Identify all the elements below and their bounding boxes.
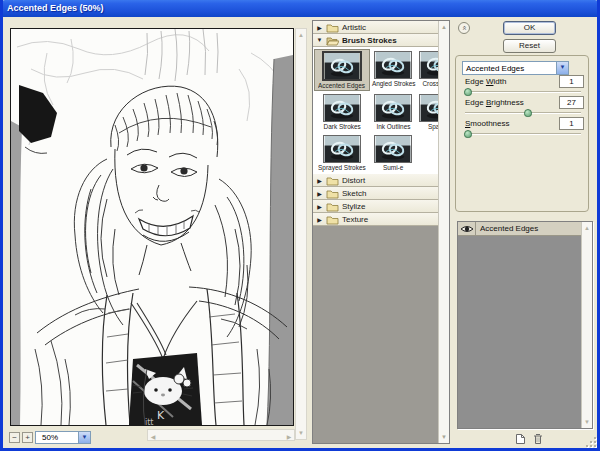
new-effect-layer-button[interactable] xyxy=(514,433,527,445)
resize-grip[interactable] xyxy=(584,435,596,447)
filter-thumb-accented-edges[interactable]: Accented Edges xyxy=(315,50,369,90)
folder-icon xyxy=(326,22,339,33)
category-label: Artistic xyxy=(342,23,366,32)
filter-thumb-sumi-e[interactable]: Sumi-e xyxy=(369,134,418,172)
filter-thumb-sprayed-strokes[interactable]: Sprayed Strokes xyxy=(315,134,369,172)
edge-width-input[interactable]: 1 xyxy=(559,75,584,88)
zoom-level-select[interactable]: 50% ▼ xyxy=(35,431,91,444)
filter-thumb-label: Dark Strokes xyxy=(323,123,360,129)
chevron-right-icon: ▶ xyxy=(316,216,323,223)
smoothness-label: Smoothness xyxy=(465,119,509,128)
filter-thumbnail-image xyxy=(322,51,362,81)
filter-thumb-label: Sprayed Strokes xyxy=(318,164,366,170)
category-artistic[interactable]: ▶ Artistic xyxy=(313,21,449,34)
scroll-up-icon[interactable]: ▲ xyxy=(582,223,592,233)
effect-layer-label: Accented Edges xyxy=(476,224,538,233)
slider-rail xyxy=(465,133,581,135)
svg-text:K: K xyxy=(157,409,165,422)
filter-list-scrollbar[interactable]: ▲ ▼ xyxy=(438,21,449,443)
title-bar[interactable]: Accented Edges (50%) xyxy=(0,0,600,17)
scroll-up-icon[interactable]: ▲ xyxy=(296,30,306,40)
slider-rail xyxy=(465,91,581,93)
category-label: Sketch xyxy=(342,189,366,198)
category-label: Brush Strokes xyxy=(342,36,397,45)
chevron-right-icon: ▶ xyxy=(316,203,323,210)
effect-list-scrollbar[interactable]: ▲ ▼ xyxy=(581,222,592,428)
edge-width-label: Edge Width xyxy=(465,77,506,86)
preview-vertical-scrollbar[interactable]: ▲ ▼ xyxy=(295,28,307,440)
category-label: Stylize xyxy=(342,202,366,211)
edge-width-slider[interactable] xyxy=(465,88,581,96)
edge-brightness-label: Edge Brightness xyxy=(465,98,524,107)
scroll-up-icon[interactable]: ▲ xyxy=(439,22,449,32)
filter-thumb-ink-outlines[interactable]: Ink Outlines xyxy=(369,93,418,131)
category-sketch[interactable]: ▶ Sketch xyxy=(313,187,449,200)
chevron-down-icon[interactable]: ▼ xyxy=(78,432,90,443)
category-label: Texture xyxy=(342,215,368,224)
new-layer-icon xyxy=(515,433,526,445)
zoom-controls: − + 50% ▼ xyxy=(9,430,91,444)
svg-text:itt: itt xyxy=(145,418,154,425)
folder-icon xyxy=(326,214,339,225)
zoom-in-button[interactable]: + xyxy=(22,432,33,443)
chevron-right-icon: ▶ xyxy=(316,24,323,31)
filter-preview-image[interactable]: K itt xyxy=(10,28,294,426)
filter-thumb-label: Angled Strokes xyxy=(372,80,416,86)
folder-icon xyxy=(326,175,339,186)
scroll-down-icon[interactable]: ▼ xyxy=(296,428,306,438)
filter-thumb-label: Accented Edges xyxy=(318,82,365,88)
filter-thumb-label: Ink Outlines xyxy=(376,123,410,129)
filter-thumb-label: Sumi-e xyxy=(383,164,403,170)
open-folder-icon xyxy=(326,35,339,46)
filter-gallery-dialog: Accented Edges (50%) xyxy=(0,0,600,451)
eye-icon xyxy=(460,224,474,234)
slider-thumb-2[interactable] xyxy=(464,130,472,138)
filter-thumbnail-image xyxy=(374,94,412,122)
filter-thumbnail-image xyxy=(323,135,361,163)
category-distort[interactable]: ▶ Distort xyxy=(313,174,449,187)
sketch-preview-art: K itt xyxy=(11,29,293,425)
category-stylize[interactable]: ▶ Stylize xyxy=(313,200,449,213)
filter-thumbnail-image xyxy=(374,51,412,79)
smoothness-input[interactable]: 1 xyxy=(559,117,584,130)
filter-select-dropdown[interactable]: Accented Edges ▼ xyxy=(462,61,569,75)
reset-button[interactable]: Reset xyxy=(503,39,556,53)
chevron-right-icon: ▶ xyxy=(316,190,323,197)
edge-brightness-slider[interactable] xyxy=(465,109,581,117)
scroll-left-icon[interactable]: ◀ xyxy=(148,432,158,442)
visibility-toggle[interactable] xyxy=(458,222,476,235)
folder-icon xyxy=(326,188,339,199)
slider-thumb-1[interactable] xyxy=(524,109,532,117)
chevron-right-icon: ▶ xyxy=(316,177,323,184)
edge-brightness-input[interactable]: 27 xyxy=(559,96,584,109)
category-brush-strokes[interactable]: ▼ Brush Strokes xyxy=(313,34,449,47)
collapse-panel-button[interactable]: « xyxy=(458,22,470,34)
category-label: Distort xyxy=(342,176,365,185)
chevron-down-icon[interactable]: ▼ xyxy=(556,62,568,74)
smoothness-slider[interactable] xyxy=(465,130,581,138)
filter-thumbnail-image xyxy=(374,135,412,163)
filter-category-panel: ▶ Artistic ▼ Brush Strokes Accented Edge… xyxy=(312,20,450,444)
chevron-down-icon: ▼ xyxy=(316,37,323,43)
category-texture[interactable]: ▶ Texture xyxy=(313,213,449,226)
filter-select-value: Accented Edges xyxy=(463,64,556,73)
trash-icon xyxy=(533,433,543,445)
filter-thumbnail-grid: Accented Edges Angled Strokes Crosshatch… xyxy=(313,47,449,174)
effect-layer-row[interactable]: Accented Edges xyxy=(458,222,592,236)
filter-thumb-angled-strokes[interactable]: Angled Strokes xyxy=(369,50,418,90)
zoom-level-value: 50% xyxy=(36,433,78,442)
collapse-chevrons-icon: « xyxy=(459,26,469,30)
slider-thumb-0[interactable] xyxy=(464,88,472,96)
zoom-out-button[interactable]: − xyxy=(9,432,20,443)
ok-button[interactable]: OK xyxy=(503,21,556,35)
delete-effect-layer-button[interactable] xyxy=(531,433,544,445)
filter-thumb-dark-strokes[interactable]: Dark Strokes xyxy=(315,93,369,131)
preview-horizontal-scrollbar[interactable]: ◀ ▶ xyxy=(147,429,295,441)
scroll-down-icon[interactable]: ▼ xyxy=(439,432,449,442)
filter-thumbnail-image xyxy=(323,94,361,122)
folder-icon xyxy=(326,201,339,212)
effect-layers-list: Accented Edges ▲ ▼ xyxy=(457,221,593,429)
scroll-right-icon[interactable]: ▶ xyxy=(284,432,294,442)
scroll-down-icon[interactable]: ▼ xyxy=(582,417,592,427)
window-title: Accented Edges (50%) xyxy=(7,3,104,13)
